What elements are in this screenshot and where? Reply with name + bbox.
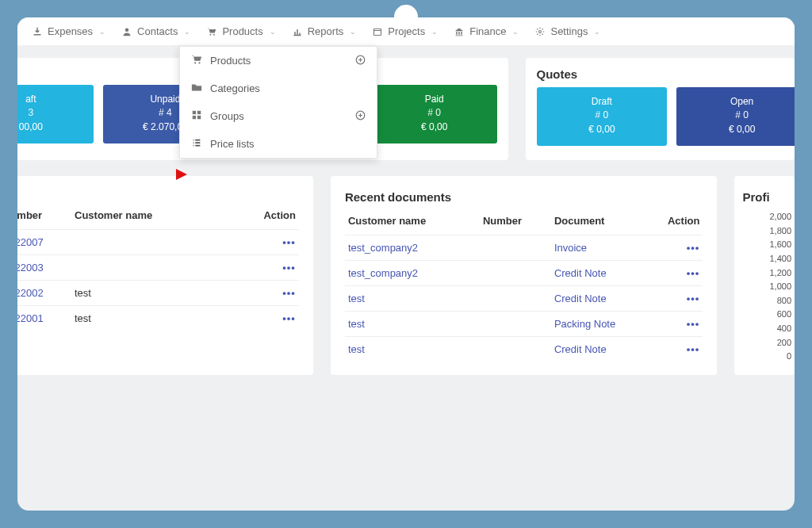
- chevron-down-icon: ⌄: [594, 28, 600, 36]
- tile-quotes-open[interactable]: Open # 0 € 0,00: [676, 87, 795, 146]
- tile-draft[interactable]: aft 3 00,00: [17, 85, 94, 143]
- svg-point-6: [198, 62, 200, 63]
- svg-point-5: [194, 62, 196, 63]
- table-row: 2022001 test •••: [17, 306, 299, 331]
- axis-tick: 1,000: [742, 280, 791, 294]
- group-icon: [191, 109, 202, 123]
- tile-head: Open: [681, 95, 795, 109]
- row-actions-button[interactable]: •••: [687, 242, 700, 254]
- row-actions-button[interactable]: •••: [282, 236, 296, 248]
- row-actions-button[interactable]: •••: [687, 267, 700, 279]
- dropdown-label: Products: [210, 55, 251, 67]
- row-actions-button[interactable]: •••: [282, 262, 296, 274]
- nav-reports[interactable]: Reports ⌄: [292, 25, 357, 37]
- recent-documents-table: Customer name Number Document Action tes…: [345, 210, 703, 362]
- col-document: Document: [551, 210, 656, 235]
- axis-tick: 600: [742, 308, 791, 322]
- nav-label: Expenses: [48, 25, 93, 37]
- profit-card: Profi 2,0001,8001,6001,4001,2001,0008006…: [734, 176, 795, 375]
- pointer-arrow-icon: [159, 167, 187, 184]
- invoice-number-link[interactable]: 2022003: [17, 262, 44, 274]
- col-customer: Customer name: [345, 210, 480, 235]
- number-cell: [480, 261, 551, 286]
- invoice-number-link[interactable]: 2022007: [17, 236, 44, 248]
- nav-contacts[interactable]: Contacts ⌄: [121, 25, 190, 37]
- axis-tick: 2,000: [742, 210, 791, 224]
- document-link[interactable]: Credit Note: [554, 267, 607, 279]
- chevron-down-icon: ⌄: [350, 28, 356, 36]
- table-row: 2022002 test •••: [17, 281, 299, 306]
- customer-link[interactable]: test: [348, 293, 365, 304]
- col-customer: Customer name: [71, 205, 251, 230]
- customer-cell: [71, 230, 251, 255]
- chevron-down-icon: ⌄: [270, 28, 276, 36]
- tile-quotes-draft[interactable]: Draft # 0 € 0,00: [537, 87, 668, 146]
- number-cell: [480, 235, 551, 261]
- profit-axis: 2,0001,8001,6001,4001,2001,0008006004002…: [742, 207, 791, 364]
- chevron-down-icon: ⌄: [184, 28, 190, 36]
- nav-expenses[interactable]: Expenses ⌄: [32, 25, 105, 37]
- nav-settings[interactable]: Settings ⌄: [534, 25, 600, 37]
- customer-cell: test: [71, 281, 251, 306]
- tile-count: # 0: [377, 106, 492, 120]
- customer-cell: test: [71, 306, 251, 331]
- plus-icon[interactable]: [355, 110, 366, 123]
- svg-rect-11: [197, 116, 201, 119]
- table-row: 2022003 •••: [17, 255, 299, 281]
- list-icon: [191, 137, 202, 151]
- number-cell: [480, 312, 551, 337]
- document-link[interactable]: Invoice: [554, 242, 587, 254]
- row-actions-button[interactable]: •••: [687, 318, 700, 330]
- axis-tick: 0: [742, 350, 791, 364]
- dropdown-item-price-lists[interactable]: Price lists: [180, 130, 377, 158]
- axis-tick: 200: [742, 336, 791, 350]
- table-row: test Credit Note •••: [345, 286, 703, 312]
- document-link[interactable]: Packing Note: [554, 318, 615, 330]
- customer-link[interactable]: test_company2: [348, 242, 418, 254]
- svg-rect-3: [374, 29, 381, 35]
- row-actions-button[interactable]: •••: [687, 343, 700, 355]
- invoice-number-link[interactable]: 2022001: [17, 312, 44, 324]
- invoice-number-link[interactable]: 2022002: [17, 287, 44, 299]
- axis-tick: 1,200: [742, 266, 791, 281]
- row-actions-button[interactable]: •••: [282, 287, 296, 299]
- customer-link[interactable]: test_company2: [348, 267, 418, 279]
- svg-rect-10: [193, 116, 196, 119]
- svg-rect-9: [197, 111, 201, 114]
- customer-link[interactable]: test: [348, 343, 365, 355]
- tile-count: # 0: [681, 109, 795, 122]
- quotes-title: Quotes: [537, 67, 784, 81]
- axis-tick: 1,800: [742, 224, 791, 239]
- tile-head: Draft: [542, 95, 663, 109]
- plus-icon[interactable]: [355, 55, 366, 67]
- document-link[interactable]: Credit Note: [554, 293, 607, 304]
- number-cell: [480, 286, 551, 312]
- invoices-table: Number Customer name Action 2022007 •••2…: [17, 205, 299, 331]
- nav-products[interactable]: Products ⌄: [206, 25, 275, 37]
- dropdown-label: Categories: [210, 82, 260, 94]
- tile-amount: 00,00: [17, 121, 89, 134]
- col-action: Action: [251, 205, 299, 230]
- row-actions-button[interactable]: •••: [282, 312, 296, 324]
- chart-icon: [292, 26, 303, 37]
- col-number: Number: [480, 210, 551, 235]
- axis-tick: 400: [742, 322, 791, 336]
- dropdown-item-categories[interactable]: Categories: [180, 75, 377, 102]
- cart-icon: [191, 54, 202, 67]
- customer-cell: [71, 255, 251, 281]
- user-icon: [121, 26, 132, 37]
- document-link[interactable]: Credit Note: [554, 343, 607, 355]
- tile-count: 3: [17, 106, 89, 120]
- dropdown-item-groups[interactable]: Groups: [180, 102, 377, 130]
- customer-link[interactable]: test: [348, 318, 365, 330]
- dropdown-item-products[interactable]: Products: [180, 47, 377, 75]
- chevron-down-icon: ⌄: [99, 28, 105, 36]
- number-cell: [480, 337, 551, 362]
- tile-paid[interactable]: Paid # 0 € 0,00: [372, 85, 497, 143]
- tile-amount: € 0,00: [377, 121, 492, 134]
- row-actions-button[interactable]: •••: [687, 293, 700, 304]
- svg-point-4: [539, 30, 542, 33]
- tile-count: # 0: [542, 109, 663, 122]
- bank-icon: [454, 26, 465, 37]
- nav-finance[interactable]: Finance ⌄: [454, 25, 519, 37]
